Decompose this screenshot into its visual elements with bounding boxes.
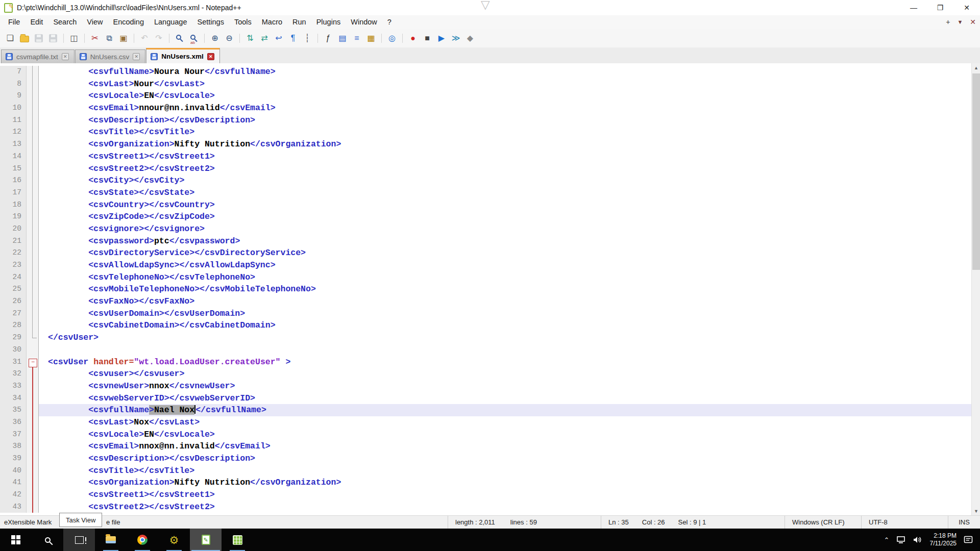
- code-text[interactable]: <csvOrganization>Nifty Nutrition</csvOrg…: [39, 477, 980, 489]
- menu-item-plugins[interactable]: Plugins: [311, 15, 346, 29]
- new-file-icon[interactable]: ❏: [4, 32, 16, 44]
- code-text[interactable]: <csvStreet1></csvStreet1>: [39, 489, 980, 501]
- taskbar-search-button[interactable]: [32, 529, 63, 551]
- code-text[interactable]: <csvZipCode></csvZipCode>: [39, 211, 980, 223]
- fold-margin[interactable]: [27, 380, 39, 392]
- function-list-icon[interactable]: ƒ: [322, 32, 334, 44]
- tab-csvmapfile[interactable]: csvmapfile.txt ✕: [1, 49, 75, 63]
- menu-item-view[interactable]: View: [82, 15, 108, 29]
- fold-margin[interactable]: [27, 223, 39, 235]
- show-all-chars-icon[interactable]: ¶: [287, 32, 299, 44]
- code-line[interactable]: 30: [0, 344, 980, 356]
- line-number[interactable]: 33: [0, 380, 27, 392]
- line-number[interactable]: 7: [0, 66, 27, 78]
- code-line[interactable]: 12 <csvTitle></csvTitle>: [0, 126, 980, 138]
- save-all-icon[interactable]: [47, 32, 59, 44]
- menu-item-run[interactable]: Run: [287, 15, 311, 29]
- fold-margin[interactable]: [27, 465, 39, 477]
- play-macro-icon[interactable]: ▶: [435, 32, 448, 44]
- fold-margin[interactable]: [27, 332, 39, 344]
- recorder-chevron-icon[interactable]: ▽: [481, 0, 490, 12]
- code-line[interactable]: 36 <csvLast>Nox</csvLast>: [0, 416, 980, 429]
- tab-close-icon[interactable]: ✕: [62, 53, 69, 60]
- replace-icon[interactable]: [188, 32, 200, 44]
- record-macro-icon[interactable]: ●: [407, 32, 419, 44]
- menu-item-search[interactable]: Search: [48, 15, 82, 29]
- code-text[interactable]: <csvfullName>Nael Nox</csvfullName>: [39, 404, 980, 416]
- line-number[interactable]: 14: [0, 151, 27, 163]
- code-text[interactable]: <csvCountry></csvCountry>: [39, 199, 980, 211]
- line-number[interactable]: 8: [0, 78, 27, 90]
- code-line[interactable]: 38 <csvEmail>nnox@nn.invalid</csvEmail>: [0, 440, 980, 453]
- line-number[interactable]: 13: [0, 138, 27, 151]
- fold-margin[interactable]: [27, 344, 39, 356]
- code-text[interactable]: <csvUserDomain></csvUserDomain>: [39, 308, 980, 320]
- fold-margin[interactable]: [27, 138, 39, 151]
- code-text[interactable]: <csvLocale>EN</csvLocale>: [39, 90, 980, 102]
- line-number[interactable]: 32: [0, 368, 27, 380]
- fold-margin[interactable]: [27, 211, 39, 223]
- code-text[interactable]: <csvuser></csvuser>: [39, 368, 980, 380]
- line-number[interactable]: 18: [0, 199, 27, 211]
- save-icon[interactable]: [33, 32, 45, 44]
- code-text[interactable]: <csvLocale>EN</csvLocale>: [39, 429, 980, 441]
- code-text[interactable]: </csvUser>: [39, 332, 980, 344]
- fold-margin[interactable]: [27, 259, 39, 271]
- code-line[interactable]: 42 <csvStreet1></csvStreet1>: [0, 489, 980, 501]
- menu-item-tools[interactable]: Tools: [229, 15, 257, 29]
- code-text[interactable]: <csvState></csvState>: [39, 187, 980, 199]
- fold-margin[interactable]: [27, 404, 39, 416]
- cut-icon[interactable]: ✂: [89, 32, 101, 44]
- taskbar-spreadsheet-app-button[interactable]: [222, 529, 253, 551]
- folder-workspace-icon[interactable]: ▦: [365, 32, 377, 44]
- code-line[interactable]: 22 <csvDirectoryService></csvDirectorySe…: [0, 247, 980, 259]
- fold-margin[interactable]: [27, 368, 39, 380]
- fold-margin[interactable]: [27, 416, 39, 429]
- code-text[interactable]: <csvnewUser>nnox</csvnewUser>: [39, 380, 980, 392]
- line-number[interactable]: 11: [0, 114, 27, 127]
- code-line[interactable]: 29</csvUser>: [0, 332, 980, 344]
- code-line[interactable]: 27 <csvUserDomain></csvUserDomain>: [0, 308, 980, 320]
- sync-vertical-icon[interactable]: ⇅: [244, 32, 256, 44]
- fold-margin[interactable]: [27, 199, 39, 211]
- code-text[interactable]: <csvEmail>nnour@nn.invalid</csvEmail>: [39, 102, 980, 114]
- fold-margin[interactable]: [27, 174, 39, 187]
- tab-close-icon[interactable]: ✕: [133, 53, 140, 60]
- taskbar-chrome-button[interactable]: [127, 529, 158, 551]
- fold-margin[interactable]: [27, 440, 39, 453]
- line-number[interactable]: 35: [0, 404, 27, 416]
- line-number[interactable]: 29: [0, 332, 27, 344]
- code-line[interactable]: 9 <csvLocale>EN</csvLocale>: [0, 90, 980, 102]
- line-number[interactable]: 38: [0, 440, 27, 453]
- status-insert-mode[interactable]: INS: [948, 516, 980, 529]
- scroll-up-icon[interactable]: ▲: [972, 63, 980, 72]
- line-number[interactable]: 28: [0, 319, 27, 332]
- code-text[interactable]: <csvOrganization>Nifty Nutrition</csvOrg…: [39, 138, 980, 151]
- line-number[interactable]: 17: [0, 187, 27, 199]
- menu-item-window[interactable]: Window: [346, 15, 382, 29]
- copy-icon[interactable]: ⧉: [103, 32, 115, 44]
- zoom-out-icon[interactable]: ⊖: [223, 32, 235, 44]
- code-text[interactable]: <csvUser handler="wt.load.LoadUser.creat…: [39, 356, 980, 368]
- fold-margin[interactable]: [27, 66, 39, 78]
- code-text[interactable]: <csvStreet1></csvStreet1>: [39, 151, 980, 163]
- scrollbar-thumb[interactable]: [972, 73, 980, 270]
- overlay-dropdown-icon[interactable]: ▼: [957, 19, 963, 25]
- code-line[interactable]: 28 <csvCabinetDomain></csvCabinetDomain>: [0, 319, 980, 332]
- line-number[interactable]: 24: [0, 271, 27, 284]
- code-text[interactable]: <csvLast>Nour</csvLast>: [39, 78, 980, 90]
- code-text[interactable]: <csvLast>Nox</csvLast>: [39, 416, 980, 429]
- fold-margin[interactable]: [27, 429, 39, 441]
- editor-lines[interactable]: 7 <csvfullName>Noura Nour</csvfullName>8…: [0, 63, 980, 515]
- line-number[interactable]: 10: [0, 102, 27, 114]
- speaker-icon[interactable]: [913, 536, 923, 544]
- code-line[interactable]: 15 <csvStreet2></csvStreet2>: [0, 163, 980, 175]
- code-text[interactable]: <csvignore></csvignore>: [39, 223, 980, 235]
- fold-margin[interactable]: [27, 271, 39, 284]
- line-number[interactable]: 39: [0, 453, 27, 465]
- code-text[interactable]: <csvTitle></csvTitle>: [39, 126, 980, 138]
- maximize-button[interactable]: ❐: [927, 0, 953, 15]
- line-number[interactable]: 37: [0, 429, 27, 441]
- code-line[interactable]: 18 <csvCountry></csvCountry>: [0, 199, 980, 211]
- fold-margin[interactable]: [27, 453, 39, 465]
